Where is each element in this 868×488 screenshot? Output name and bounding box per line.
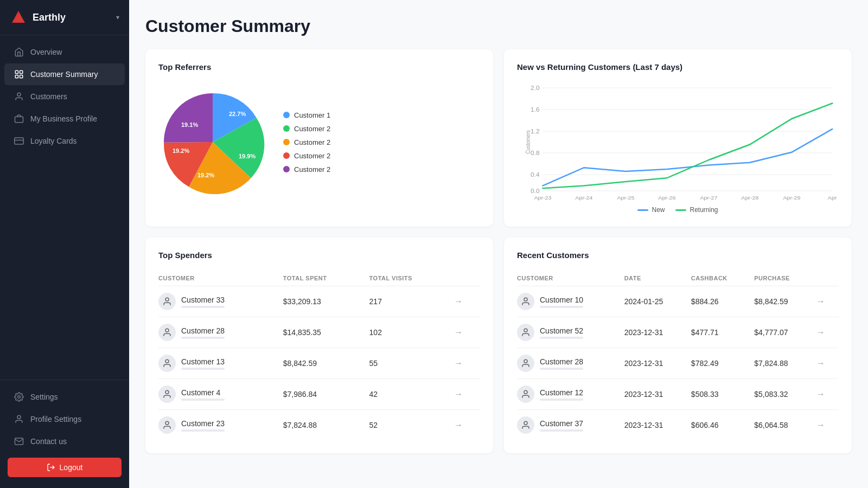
total-spent: $8,842.59 bbox=[283, 348, 369, 379]
avatar bbox=[517, 355, 534, 372]
table-row: Customer 10 2024-01-25 $884.26 $8,842.59… bbox=[517, 286, 839, 317]
row-arrow[interactable]: → bbox=[816, 389, 825, 399]
row-arrow[interactable]: → bbox=[454, 420, 463, 429]
rc-col-cashback: CASHBACK bbox=[691, 271, 754, 286]
legend-label-3: Customer 2 bbox=[294, 138, 330, 146]
chart-legend: New Returning bbox=[517, 206, 839, 214]
total-spent: $14,835.35 bbox=[283, 317, 369, 348]
sidebar-item-settings[interactable]: Settings bbox=[4, 386, 125, 408]
rc-cashback: $606.46 bbox=[691, 410, 754, 441]
person-icon bbox=[14, 92, 24, 101]
sidebar-item-label: Loyalty Cards bbox=[30, 137, 77, 145]
total-spent: $33,209.13 bbox=[283, 286, 369, 317]
svg-point-36 bbox=[165, 359, 169, 363]
rc-cashback: $782.49 bbox=[691, 348, 754, 379]
gear-icon bbox=[14, 392, 24, 402]
logout-button[interactable]: Logout bbox=[8, 458, 122, 477]
main-content: Customer Summary Top Referrers bbox=[129, 0, 868, 488]
returning-line-swatch bbox=[675, 209, 686, 211]
legend-item-1: Customer 1 bbox=[283, 111, 330, 119]
sidebar-item-customer-summary[interactable]: Customer Summary bbox=[4, 63, 125, 85]
svg-rect-2 bbox=[15, 70, 18, 73]
rc-cashback: $884.26 bbox=[691, 286, 754, 317]
top-spenders-title: Top Spenders bbox=[158, 251, 480, 260]
rc-date: 2023-12-31 bbox=[624, 348, 691, 379]
row-arrow[interactable]: → bbox=[454, 328, 463, 337]
legend-label-4: Customer 2 bbox=[294, 152, 330, 160]
row-arrow[interactable]: → bbox=[816, 420, 825, 429]
table-row: Customer 13 $8,842.59 55 → bbox=[158, 348, 480, 379]
recent-customers-card: Recent Customers CUSTOMER DATE CASHBACK … bbox=[504, 237, 852, 453]
svg-point-35 bbox=[165, 329, 169, 332]
legend-item-5: Customer 2 bbox=[283, 165, 330, 174]
avatar bbox=[158, 416, 176, 434]
line-chart-svg: 2.0 1.6 1.2 0.8 0.4 0.0 Customers Apr-23… bbox=[517, 82, 839, 202]
sidebar-item-overview[interactable]: Overview bbox=[4, 41, 125, 63]
sidebar-item-profile-settings[interactable]: Profile Settings bbox=[4, 408, 125, 430]
sidebar-item-label: Customer Summary bbox=[30, 70, 98, 79]
svg-text:1.6: 1.6 bbox=[531, 107, 539, 113]
total-spent: $7,824.88 bbox=[283, 410, 369, 441]
top-spenders-card: Top Spenders CUSTOMER TOTAL SPENT TOTAL … bbox=[145, 237, 493, 453]
avatar bbox=[158, 324, 176, 341]
svg-point-43 bbox=[524, 421, 527, 425]
svg-point-10 bbox=[18, 396, 21, 399]
new-customers-line bbox=[542, 129, 832, 186]
svg-point-42 bbox=[524, 390, 527, 394]
sidebar-item-label: Profile Settings bbox=[30, 415, 81, 423]
svg-text:Apr-25: Apr-25 bbox=[617, 195, 635, 201]
legend-dot-3 bbox=[283, 139, 290, 145]
svg-text:Customers: Customers bbox=[525, 130, 531, 154]
svg-text:Apr-27: Apr-27 bbox=[700, 195, 717, 201]
pie-svg: 22.7% 19.9% 19.2% 19.2% 19.1% bbox=[158, 88, 267, 196]
rc-purchase: $5,083.32 bbox=[754, 379, 816, 410]
legend-returning-label: Returning bbox=[690, 206, 718, 214]
spender-name-cell: Customer 23 bbox=[158, 410, 283, 441]
avatar bbox=[517, 324, 534, 341]
sidebar-item-customers[interactable]: Customers bbox=[4, 86, 125, 107]
page-title: Customer Summary bbox=[145, 16, 852, 36]
rc-col-customer: CUSTOMER bbox=[517, 271, 624, 286]
spender-name-cell: Customer 28 bbox=[158, 317, 283, 348]
avatar bbox=[517, 293, 534, 310]
legend-label-2: Customer 2 bbox=[294, 125, 330, 133]
rc-purchase: $4,777.07 bbox=[754, 317, 816, 348]
row-arrow[interactable]: → bbox=[816, 328, 825, 337]
pie-label-3: 19.2% bbox=[197, 172, 214, 178]
col-total-spent: TOTAL SPENT bbox=[283, 271, 369, 286]
row-arrow[interactable]: → bbox=[454, 358, 463, 368]
rc-cashback: $508.33 bbox=[691, 379, 754, 410]
svg-point-37 bbox=[165, 390, 169, 394]
profile-icon bbox=[14, 414, 24, 424]
mail-icon bbox=[14, 436, 24, 446]
card-icon bbox=[14, 136, 24, 146]
rc-name-cell: Customer 37 bbox=[517, 410, 624, 441]
pie-label-4: 19.2% bbox=[173, 147, 189, 154]
sidebar-bottom: Settings Profile Settings Contact us Log… bbox=[0, 380, 129, 488]
table-row: Customer 28 2023-12-31 $782.49 $7,824.88… bbox=[517, 348, 839, 379]
app-name: Earthly bbox=[33, 12, 66, 23]
row-arrow[interactable]: → bbox=[816, 297, 825, 306]
sidebar-item-label: My Business Profile bbox=[30, 114, 97, 123]
sidebar-item-business-profile[interactable]: My Business Profile bbox=[4, 108, 125, 130]
col-total-visits: TOTAL VISITS bbox=[369, 271, 454, 286]
top-referrers-card: Top Referrers bbox=[145, 49, 493, 227]
rc-date: 2023-12-31 bbox=[624, 379, 691, 410]
pie-chart: 22.7% 19.9% 19.2% 19.2% 19.1% bbox=[158, 88, 267, 196]
svg-point-34 bbox=[165, 298, 169, 301]
avatar bbox=[158, 293, 176, 310]
avatar bbox=[158, 386, 176, 403]
sidebar-item-contact-us[interactable]: Contact us bbox=[4, 431, 125, 452]
logout-label: Logout bbox=[60, 463, 83, 472]
pie-label-5: 19.1% bbox=[181, 121, 198, 128]
sidebar-item-loyalty-cards[interactable]: Loyalty Cards bbox=[4, 130, 125, 152]
row-arrow[interactable]: → bbox=[816, 358, 825, 368]
pie-label-1: 22.7% bbox=[229, 111, 246, 117]
app-logo[interactable]: Earthly ▾ bbox=[0, 0, 129, 35]
row-arrow[interactable]: → bbox=[454, 297, 463, 306]
rc-date: 2023-12-31 bbox=[624, 410, 691, 441]
table-row: Customer 28 $14,835.35 102 → bbox=[158, 317, 480, 348]
legend-item-2: Customer 2 bbox=[283, 125, 330, 133]
svg-text:Apr-29: Apr-29 bbox=[783, 195, 801, 201]
row-arrow[interactable]: → bbox=[454, 389, 463, 399]
